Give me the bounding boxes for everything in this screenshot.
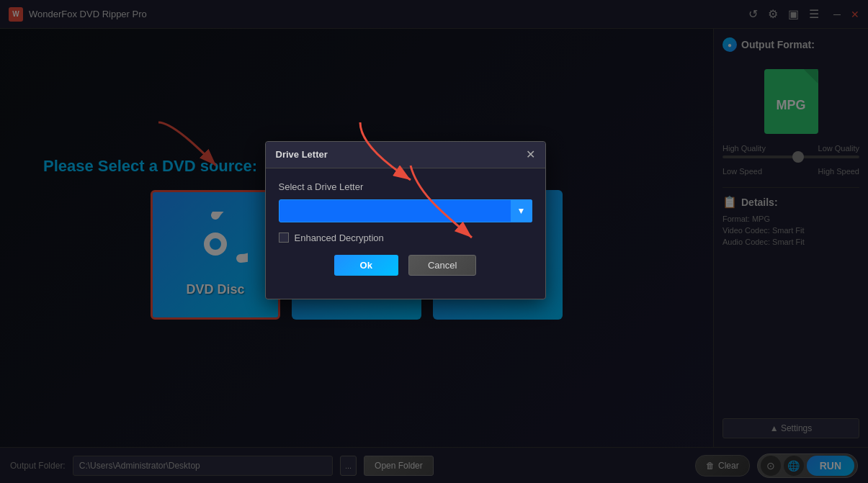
drive-select-wrapper: D: E: F: ▼ bbox=[279, 199, 532, 222]
dialog-title: Drive Letter bbox=[276, 149, 328, 160]
enhanced-decryption-row: Enhanced Decryption bbox=[279, 233, 532, 243]
dialog-header: Drive Letter ✕ bbox=[266, 142, 545, 168]
drive-letter-dialog: Drive Letter ✕ Select a Drive Letter D: … bbox=[265, 141, 546, 299]
dialog-body: Select a Drive Letter D: E: F: ▼ Enhance… bbox=[266, 168, 545, 299]
dialog-close-button[interactable]: ✕ bbox=[526, 149, 535, 161]
enhanced-decryption-checkbox[interactable] bbox=[279, 233, 289, 243]
enhanced-decryption-label: Enhanced Decryption bbox=[295, 233, 384, 243]
select-drive-label: Select a Drive Letter bbox=[279, 181, 532, 192]
ok-button[interactable]: Ok bbox=[334, 255, 398, 276]
modal-overlay: Drive Letter ✕ Select a Drive Letter D: … bbox=[0, 0, 868, 483]
drive-letter-select[interactable]: D: E: F: bbox=[279, 199, 532, 222]
cancel-button[interactable]: Cancel bbox=[408, 255, 476, 276]
dialog-footer: Ok Cancel bbox=[279, 255, 532, 287]
